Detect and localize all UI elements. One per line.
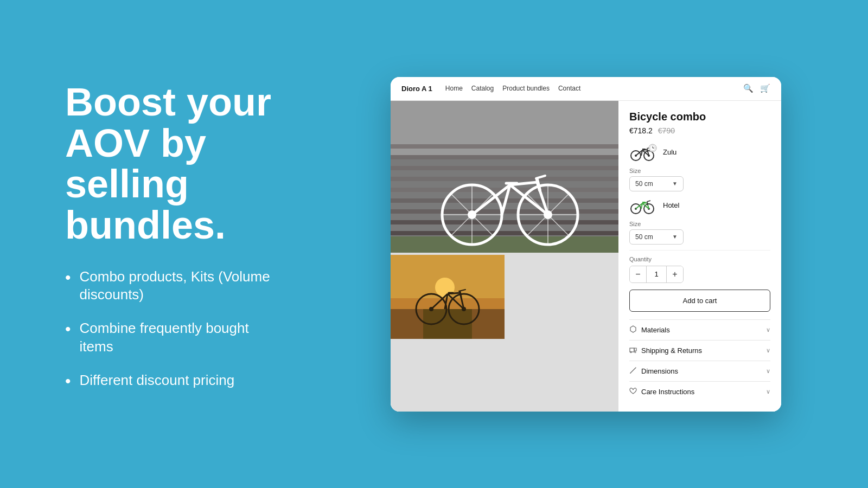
svg-rect-8 (391, 209, 618, 214)
nav-logo: Dioro A 1 (401, 85, 432, 93)
quantity-increase-button[interactable]: + (667, 266, 683, 282)
accordion-chevron-1: ∨ (766, 347, 770, 354)
hotel-size-label: Size (629, 221, 770, 227)
nav-links: HomeCatalogProduct bundlesContact (445, 85, 743, 92)
accordion-chevron-3: ∨ (766, 388, 770, 395)
svg-rect-10 (391, 231, 618, 235)
product-title: Bicycle combo (629, 111, 770, 123)
accordion-icon-0 (629, 325, 637, 335)
svg-rect-2 (391, 144, 618, 149)
svg-rect-79 (630, 348, 634, 352)
divider (629, 250, 770, 251)
bullet-item: Combo products, Kits (Volume discounts) (65, 268, 282, 305)
secondary-product-image (391, 255, 505, 339)
svg-rect-5 (391, 177, 618, 181)
nav-link-contact[interactable]: Contact (558, 85, 580, 92)
right-panel: Dioro A 1 HomeCatalogProduct bundlesCont… (315, 55, 868, 433)
accordion-icon-1 (629, 346, 637, 355)
svg-point-82 (635, 351, 636, 352)
svg-line-32 (509, 183, 510, 190)
accordion-label-0: Materials (641, 326, 670, 334)
accordion-item-materials[interactable]: Materials∨ (629, 319, 770, 340)
bundle-item-zulu: Zulu (629, 143, 770, 162)
hotel-bike-icon (629, 196, 658, 215)
quantity-decrease-button[interactable]: − (630, 266, 646, 282)
nav-link-home[interactable]: Home (445, 85, 463, 92)
bundle-item-hotel: Hotel (629, 196, 770, 215)
hotel-size-select[interactable]: 50 cm ▼ (629, 229, 684, 245)
cart-icon[interactable]: 🛒 (760, 84, 770, 93)
bullet-list: Combo products, Kits (Volume discounts)C… (65, 268, 282, 391)
bullet-item: Different discount pricing (65, 371, 282, 391)
svg-marker-84 (630, 373, 631, 374)
nav-bar: Dioro A 1 HomeCatalogProduct bundlesCont… (391, 77, 781, 101)
svg-line-83 (630, 368, 636, 373)
zulu-size-arrow: ▼ (672, 181, 678, 187)
accordion-label-2: Dimensions (641, 367, 678, 375)
zulu-size-select[interactable]: 50 cm ▼ (629, 176, 684, 191)
add-to-cart-button[interactable]: Add to cart (629, 290, 770, 312)
svg-marker-80 (634, 348, 636, 351)
accordion-label-3: Care Instructions (641, 388, 694, 396)
accordion-chevron-2: ∨ (766, 368, 770, 375)
bullet-item: Combine frequently bought items (65, 319, 282, 356)
nav-link-catalog[interactable]: Catalog (471, 85, 494, 92)
svg-rect-4 (391, 166, 618, 170)
accordion-icon-2 (629, 367, 637, 376)
svg-line-47 (460, 292, 461, 297)
accordion-chevron-0: ∨ (766, 326, 770, 333)
svg-rect-3 (391, 155, 618, 159)
price-current: €718.2 (629, 126, 653, 135)
accordion-container: Materials∨Shipping & Returns∨Dimensions∨… (629, 319, 770, 402)
browser-window: Dioro A 1 HomeCatalogProduct bundlesCont… (391, 77, 781, 412)
accordion-item-dimensions[interactable]: Dimensions∨ (629, 361, 770, 381)
accordion-label-1: Shipping & Returns (641, 346, 702, 355)
main-product-image (391, 101, 618, 253)
svg-line-59 (647, 149, 648, 152)
accordion-item-shipping_and_returns[interactable]: Shipping & Returns∨ (629, 340, 770, 361)
left-panel: Boost your AOV by selling bundles. Combo… (0, 49, 315, 439)
nav-icons: 🔍 🛒 (743, 84, 770, 93)
nav-link-product-bundles[interactable]: Product bundles (502, 85, 550, 92)
zulu-size-label: Size (629, 168, 770, 174)
svg-marker-78 (630, 326, 636, 332)
quantity-value: 1 (646, 266, 667, 282)
bundle-item-hotel-name: Hotel (663, 201, 679, 209)
svg-rect-11 (391, 236, 618, 253)
svg-rect-9 (391, 220, 618, 224)
svg-line-75 (647, 202, 648, 205)
zulu-bike-icon (629, 143, 658, 162)
svg-line-76 (647, 201, 650, 202)
search-icon[interactable]: 🔍 (743, 84, 754, 93)
hotel-size-arrow: ▼ (672, 234, 678, 240)
zulu-size-value: 50 cm (635, 180, 653, 188)
bundle-item-zulu-name: Zulu (663, 148, 676, 156)
hotel-size-value: 50 cm (635, 233, 653, 241)
quantity-control: − 1 + (629, 266, 684, 283)
product-details: Bicycle combo €718.2 €790 (618, 101, 781, 412)
price-original: €790 (658, 126, 675, 135)
price-row: €718.2 €790 (629, 126, 770, 135)
accordion-icon-3 (629, 387, 637, 396)
accordion-item-care_instructions[interactable]: Care Instructions∨ (629, 381, 770, 402)
quantity-label: Quantity (629, 256, 770, 262)
product-area: Bicycle combo €718.2 €790 (391, 101, 781, 412)
headline: Boost your AOV by selling bundles. (65, 82, 282, 246)
image-gallery (391, 101, 618, 412)
